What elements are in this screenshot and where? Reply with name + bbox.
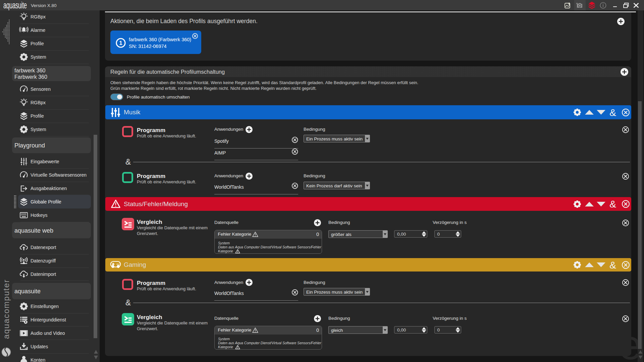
svg-text:1: 1: [119, 40, 122, 46]
